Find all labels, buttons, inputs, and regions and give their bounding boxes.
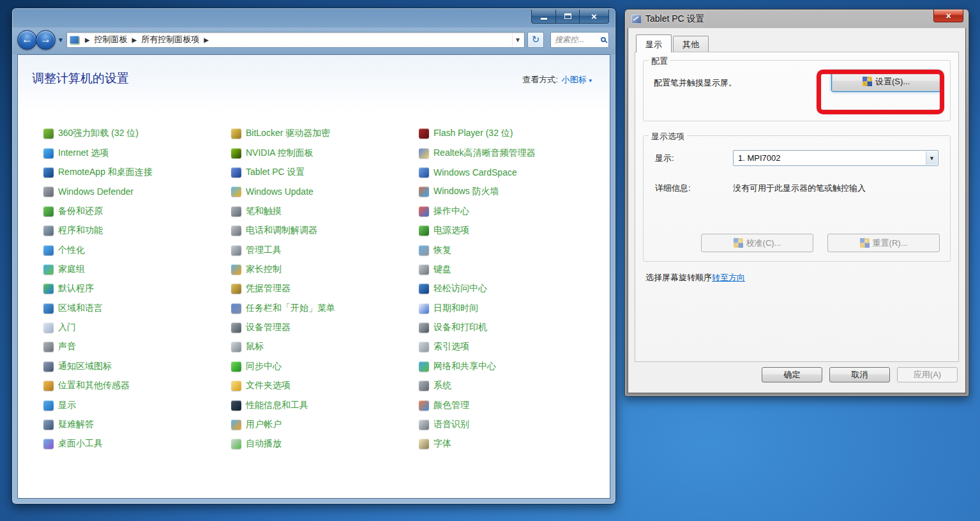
control-panel-item[interactable]: 用户帐户 bbox=[231, 415, 419, 434]
control-panel-item[interactable]: 默认程序 bbox=[43, 279, 231, 298]
control-panel-item[interactable]: 声音 bbox=[43, 337, 231, 356]
settings-button[interactable]: 设置(S)... bbox=[831, 71, 941, 92]
uac-shield-icon bbox=[860, 238, 870, 248]
control-panel-item[interactable]: 备份和还原 bbox=[43, 202, 231, 221]
breadcrumb-chevron-icon[interactable]: ▶ bbox=[128, 36, 142, 43]
search-box[interactable] bbox=[550, 32, 609, 48]
control-panel-item[interactable]: 字体 bbox=[419, 434, 607, 453]
maximize-button[interactable] bbox=[556, 10, 580, 24]
remoteapp-icon bbox=[43, 167, 54, 177]
control-panel-item[interactable]: 个性化 bbox=[43, 240, 231, 259]
back-button[interactable]: ← bbox=[17, 30, 37, 50]
item-label: 入门 bbox=[58, 322, 76, 333]
breadcrumb-item[interactable]: 所有控制面板项 bbox=[141, 34, 199, 45]
calibrate-button: 校准(C)... bbox=[701, 234, 813, 252]
control-panel-item[interactable]: 笔和触摸 bbox=[231, 202, 419, 221]
device-manager-icon bbox=[231, 322, 241, 333]
control-panel-item[interactable]: 语音识别 bbox=[419, 415, 607, 434]
display-select[interactable]: 1. MPI7002 ▼ bbox=[733, 150, 939, 166]
address-bar[interactable]: ▶ 控制面板 ▶ 所有控制面板项 ▶ ▼ bbox=[66, 32, 525, 48]
control-panel-item[interactable]: Tablet PC 设置 bbox=[231, 163, 419, 182]
control-panel-item[interactable]: Internet 选项 bbox=[43, 143, 231, 162]
control-panel-item[interactable]: Windows CardSpace bbox=[419, 163, 607, 182]
item-label: 通知区域图标 bbox=[58, 361, 112, 372]
refresh-button[interactable]: ↻ bbox=[527, 32, 544, 48]
details-value: 没有可用于此显示器的笔或触控输入 bbox=[733, 183, 866, 194]
page-title: 调整计算机的设置 bbox=[32, 70, 129, 87]
address-dropdown-icon[interactable]: ▼ bbox=[512, 33, 523, 47]
control-panel-item[interactable]: 凭据管理器 bbox=[231, 279, 419, 298]
control-panel-item[interactable]: 360强力卸载 (32 位) bbox=[43, 124, 231, 143]
control-panel-item[interactable]: 位置和其他传感器 bbox=[43, 376, 231, 395]
control-panel-item[interactable]: 操作中心 bbox=[419, 202, 607, 221]
control-panel-item[interactable]: 键盘 bbox=[419, 260, 607, 279]
control-panel-item[interactable]: Windows 防火墙 bbox=[419, 182, 607, 201]
control-panel-item[interactable]: 性能信息和工具 bbox=[231, 395, 419, 414]
tab-other[interactable]: 其他 bbox=[673, 36, 709, 54]
view-by-dropdown[interactable]: 小图标 ▾ bbox=[562, 74, 592, 86]
indexing-options-icon bbox=[419, 342, 429, 352]
control-panel-item[interactable]: 程序和功能 bbox=[43, 221, 231, 240]
item-label: 笔和触摸 bbox=[246, 206, 282, 217]
control-panel-item[interactable]: 桌面小工具 bbox=[43, 434, 231, 453]
control-panel-item[interactable]: Windows Update bbox=[231, 182, 419, 201]
control-panel-item[interactable]: RemoteApp 和桌面连接 bbox=[43, 163, 231, 182]
forward-arrow-icon: → bbox=[40, 33, 51, 46]
control-panel-item[interactable]: NVIDIA 控制面板 bbox=[231, 143, 419, 162]
control-panel-item[interactable]: 系统 bbox=[419, 376, 607, 395]
minimize-button[interactable] bbox=[531, 10, 556, 24]
control-panel-item[interactable]: 家庭组 bbox=[43, 260, 231, 279]
forward-button[interactable]: → bbox=[36, 30, 56, 50]
control-panel-item[interactable]: 颜色管理 bbox=[419, 395, 607, 414]
breadcrumb-chevron-icon[interactable]: ▶ bbox=[80, 36, 94, 43]
item-label: 桌面小工具 bbox=[58, 438, 103, 449]
control-panel-item[interactable]: 家长控制 bbox=[231, 260, 419, 279]
tab-display[interactable]: 显示 bbox=[636, 34, 672, 52]
ok-button[interactable]: 确定 bbox=[762, 367, 822, 382]
recent-pages-dropdown[interactable]: ▼ bbox=[57, 36, 64, 43]
control-panel-item[interactable]: 电源选项 bbox=[419, 221, 607, 240]
details-label: 详细信息: bbox=[651, 183, 733, 194]
control-panel-item[interactable]: 鼠标 bbox=[231, 337, 419, 356]
maximize-icon bbox=[564, 13, 571, 19]
dialog-close-button[interactable]: × bbox=[933, 10, 963, 22]
control-panel-item[interactable]: 通知区域图标 bbox=[43, 357, 231, 376]
control-panel-item[interactable]: 同步中心 bbox=[231, 357, 419, 376]
uninstall-360-icon bbox=[43, 128, 54, 139]
control-panel-item[interactable]: 入门 bbox=[43, 318, 231, 337]
dialog-titlebar[interactable]: Tablet PC 设置 × bbox=[628, 10, 966, 28]
close-button[interactable]: × bbox=[580, 10, 609, 24]
search-input[interactable] bbox=[555, 35, 601, 44]
control-panel-item[interactable]: 任务栏和「开始」菜单 bbox=[231, 299, 419, 318]
control-panel-item[interactable]: 设备管理器 bbox=[231, 318, 419, 337]
fonts-icon bbox=[419, 439, 429, 449]
breadcrumb-chevron-icon[interactable]: ▶ bbox=[199, 36, 213, 43]
control-panel-item[interactable]: Flash Player (32 位) bbox=[419, 124, 607, 143]
control-panel-item[interactable]: 轻松访问中心 bbox=[419, 279, 607, 298]
combo-dropdown-icon[interactable]: ▼ bbox=[926, 151, 937, 165]
control-panel-item[interactable]: 文件夹选项 bbox=[231, 376, 419, 395]
window-titlebar[interactable]: × bbox=[12, 8, 615, 27]
go-to-orientation-link[interactable]: 转至方向 bbox=[712, 273, 745, 282]
display-label: 显示: bbox=[651, 153, 733, 164]
control-panel-item[interactable]: 日期和时间 bbox=[419, 299, 607, 318]
control-panel-item[interactable]: 网络和共享中心 bbox=[419, 357, 607, 376]
control-panel-item[interactable]: 电话和调制解调器 bbox=[231, 221, 419, 240]
control-panel-item[interactable]: 设备和打印机 bbox=[419, 318, 607, 337]
windows-update-icon bbox=[231, 186, 241, 197]
item-label: 轻松访问中心 bbox=[433, 283, 487, 294]
control-panel-item[interactable]: Windows Defender bbox=[43, 182, 231, 201]
control-panel-item[interactable]: 管理工具 bbox=[231, 240, 419, 259]
control-panel-item[interactable]: 索引选项 bbox=[419, 337, 607, 356]
tablet-pc-icon bbox=[631, 15, 642, 24]
control-panel-item[interactable]: 区域和语言 bbox=[43, 299, 231, 318]
control-panel-item[interactable]: Realtek高清晰音频管理器 bbox=[419, 143, 607, 162]
control-panel-item[interactable]: 疑难解答 bbox=[43, 415, 231, 434]
control-panel-item[interactable]: 恢复 bbox=[419, 240, 607, 259]
control-panel-item[interactable]: BitLocker 驱动器加密 bbox=[231, 124, 419, 143]
cancel-button[interactable]: 取消 bbox=[829, 367, 890, 382]
item-label: 电话和调制解调器 bbox=[246, 225, 317, 236]
breadcrumb-item[interactable]: 控制面板 bbox=[94, 34, 128, 45]
control-panel-item[interactable]: 显示 bbox=[43, 395, 231, 414]
control-panel-item[interactable]: 自动播放 bbox=[231, 434, 419, 453]
